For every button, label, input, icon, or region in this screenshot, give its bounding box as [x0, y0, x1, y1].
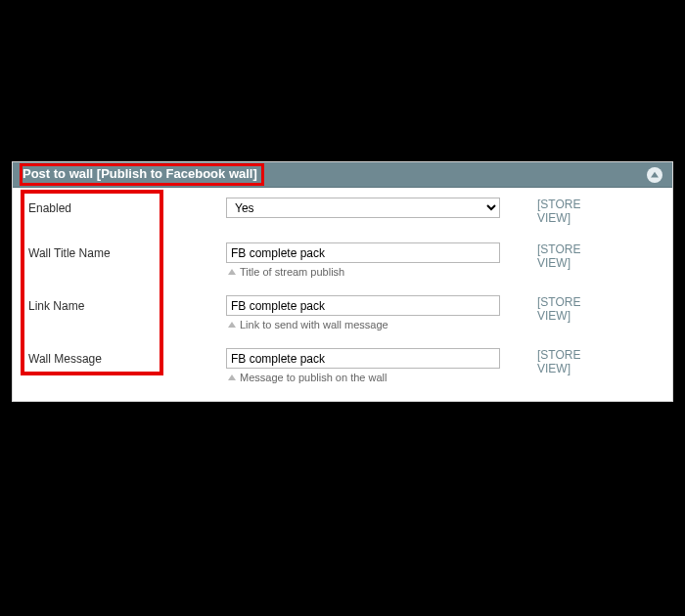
scope-enabled: [STORE VIEW] [510, 198, 580, 225]
row-wall-title: Wall Title Name Title of stream publish … [21, 242, 664, 278]
triangle-icon [228, 374, 236, 380]
section-header[interactable]: Post to wall [Publish to Facebook wall] [13, 162, 672, 188]
note-link-name: Link to send with wall message [226, 319, 510, 330]
enabled-select[interactable]: Yes [226, 198, 500, 218]
triangle-icon [228, 269, 236, 275]
scope-link-name: [STORE VIEW] [510, 295, 580, 323]
label-wall-title: Wall Title Name [21, 242, 226, 260]
fieldset: Enabled Yes [STORE VIEW] Wall Title Name… [13, 188, 672, 401]
label-link-name: Link Name [21, 295, 226, 313]
note-wall-message: Message to publish on the wall [226, 372, 510, 383]
wall-message-input[interactable] [226, 348, 500, 369]
label-enabled: Enabled [21, 198, 226, 215]
wall-title-input[interactable] [226, 242, 500, 263]
scope-wall-title: [STORE VIEW] [510, 242, 580, 270]
note-wall-title: Title of stream publish [226, 266, 510, 278]
scope-wall-message: [STORE VIEW] [510, 348, 580, 375]
section-title: Post to wall [Publish to Facebook wall] [20, 163, 264, 186]
link-name-input[interactable] [226, 295, 500, 316]
row-wall-message: Wall Message Message to publish on the w… [21, 348, 664, 383]
config-panel: Post to wall [Publish to Facebook wall] … [12, 161, 673, 402]
row-enabled: Enabled Yes [STORE VIEW] [21, 198, 664, 225]
svg-marker-0 [651, 171, 659, 177]
triangle-icon [228, 322, 236, 328]
collapse-icon[interactable] [647, 167, 662, 183]
row-link-name: Link Name Link to send with wall message… [21, 295, 664, 330]
label-wall-message: Wall Message [21, 348, 226, 366]
